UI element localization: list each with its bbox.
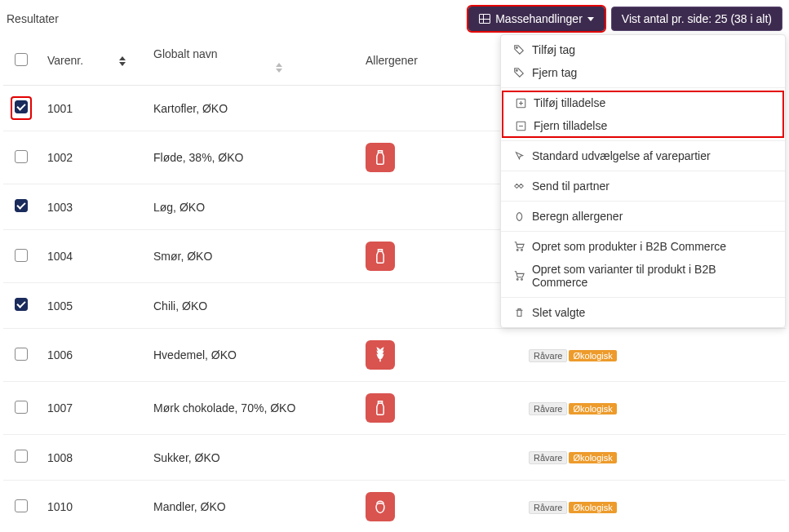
bulk-actions-button[interactable]: Massehandlinger (468, 7, 605, 31)
pointer-icon (512, 151, 525, 162)
select-all-checkbox[interactable] (15, 53, 28, 66)
column-label: Globalt navn (153, 47, 218, 60)
svg-point-6 (516, 279, 518, 281)
row-checkbox[interactable] (15, 450, 28, 463)
menu-item-label: Standard udvælgelse af varepartier (532, 149, 711, 162)
cell-tags: RåvareØkologisk (521, 481, 786, 533)
cell-globalt-navn: Fløde, 38%, ØKO (145, 131, 357, 184)
row-checkbox[interactable] (15, 100, 28, 113)
cell-varenr: 1004 (39, 230, 145, 283)
menu-item-label: Tilføj tilladelse (534, 96, 605, 109)
menu-item-opret-varianter[interactable]: Opret som varianter til produkt i B2B Co… (501, 258, 785, 294)
menu-item-tilfoj-tag[interactable]: Tilføj tag (501, 38, 785, 61)
cell-allergener (357, 131, 521, 184)
cell-varenr: 1007 (39, 382, 145, 435)
row-checkbox[interactable] (15, 249, 28, 262)
cell-allergener (357, 382, 521, 435)
table-row: 1008Sukker, ØKORåvareØkologisk (3, 435, 786, 481)
row-checkbox[interactable] (15, 199, 28, 212)
menu-item-label: Opret som produkter i B2B Commerce (532, 240, 726, 253)
column-header-globalt-navn[interactable]: Globalt navn (145, 36, 357, 86)
row-checkbox[interactable] (15, 348, 28, 361)
column-label: Varenr. (47, 54, 83, 67)
menu-item-label: Fjern tag (532, 66, 577, 79)
cell-varenr: 1002 (39, 131, 145, 184)
menu-item-opret-produkter[interactable]: Opret som produkter i B2B Commerce (501, 235, 785, 258)
cell-allergener (357, 481, 521, 533)
menu-item-fjern-tilladelse[interactable]: Fjern tilladelse (503, 114, 783, 137)
row-checkbox[interactable] (15, 298, 28, 311)
chevron-down-icon (587, 17, 594, 21)
menu-separator (501, 140, 785, 141)
tag-raavare: Råvare (529, 349, 567, 362)
cell-allergener (357, 230, 521, 283)
handshake-icon (512, 180, 525, 192)
page-size-label: Vist antal pr. side: 25 (38 i alt) (622, 12, 772, 25)
tag-raavare: Råvare (529, 451, 567, 464)
cell-allergener (357, 86, 521, 131)
cell-tags: RåvareØkologisk (521, 435, 786, 481)
cell-allergener (357, 435, 521, 481)
cell-varenr: 1005 (39, 283, 145, 329)
table-row: 1006Hvedemel, ØKORåvareØkologisk (3, 329, 786, 382)
menu-item-fjern-tag[interactable]: Fjern tag (501, 61, 785, 84)
tag-raavare: Råvare (529, 501, 567, 514)
minus-square-icon (514, 121, 527, 131)
tag-okologisk: Økologisk (569, 350, 616, 361)
cell-allergener (357, 329, 521, 382)
svg-point-7 (521, 279, 523, 281)
milk-allergen-icon (366, 393, 395, 423)
cell-varenr: 1006 (39, 329, 145, 382)
tag-okologisk: Økologisk (569, 502, 616, 513)
table-row: 1010Mandler, ØKORåvareØkologisk (3, 481, 786, 533)
menu-item-standard-udvaelgelse[interactable]: Standard udvælgelse af varepartier (501, 144, 785, 167)
cart-icon (512, 241, 525, 252)
row-checkbox[interactable] (15, 401, 28, 414)
menu-item-label: Beregn allergener (532, 210, 623, 223)
svg-point-0 (516, 47, 518, 49)
sort-icon (119, 56, 126, 66)
menu-item-send-til-partner[interactable]: Send til partner (501, 175, 785, 197)
column-header-varenr[interactable]: Varenr. (39, 36, 145, 86)
row-checkbox[interactable] (15, 150, 28, 163)
svg-point-1 (516, 70, 518, 72)
menu-separator (501, 297, 785, 298)
bulk-actions-label: Massehandlinger (495, 12, 583, 25)
cell-tags: RåvareØkologisk (521, 329, 786, 382)
page-size-button[interactable]: Vist antal pr. side: 25 (38 i alt) (611, 7, 782, 31)
cell-globalt-navn: Hvedemel, ØKO (145, 329, 357, 382)
row-checkbox[interactable] (15, 499, 28, 512)
menu-separator (501, 87, 785, 88)
allergen-icon (512, 211, 525, 222)
tag-okologisk: Økologisk (569, 403, 616, 415)
bulk-actions-menu: Tilføj tag Fjern tag Tilføj tilladelse F… (500, 34, 786, 328)
cart-icon (512, 270, 525, 282)
menu-separator (501, 171, 785, 171)
cell-globalt-navn: Kartofler, ØKO (145, 86, 357, 131)
menu-item-slet-valgte[interactable]: Slet valgte (501, 301, 785, 324)
column-header-allergener: Allergener (357, 36, 521, 86)
menu-item-beregn-allergener[interactable]: Beregn allergener (501, 205, 785, 228)
table-row: 1007Mørk chokolade, 70%, ØKORåvareØkolog… (3, 382, 786, 435)
tag-icon (512, 44, 525, 55)
menu-item-label: Slet valgte (532, 306, 585, 319)
menu-item-tilfoj-tilladelse[interactable]: Tilføj tilladelse (503, 91, 783, 114)
cell-varenr: 1003 (39, 184, 145, 230)
menu-item-label: Opret som varianter til produkt i B2B Co… (532, 263, 773, 289)
trash-icon (512, 308, 525, 318)
menu-item-label: Fjern tilladelse (534, 119, 607, 132)
milk-allergen-icon (366, 242, 395, 271)
tag-icon (512, 67, 525, 78)
cell-varenr: 1008 (39, 435, 145, 481)
cell-globalt-navn: Smør, ØKO (145, 230, 357, 283)
svg-point-5 (521, 250, 523, 251)
menu-item-label: Send til partner (532, 180, 609, 193)
cell-globalt-navn: Mørk chokolade, 70%, ØKO (145, 382, 357, 435)
cell-allergener (357, 184, 521, 230)
milk-allergen-icon (366, 143, 395, 172)
cell-globalt-navn: Chili, ØKO (145, 283, 357, 329)
results-heading: Resultater (7, 12, 59, 25)
nut-allergen-icon (366, 492, 395, 521)
cell-varenr: 1010 (39, 481, 145, 533)
cell-globalt-navn: Mandler, ØKO (145, 481, 357, 533)
